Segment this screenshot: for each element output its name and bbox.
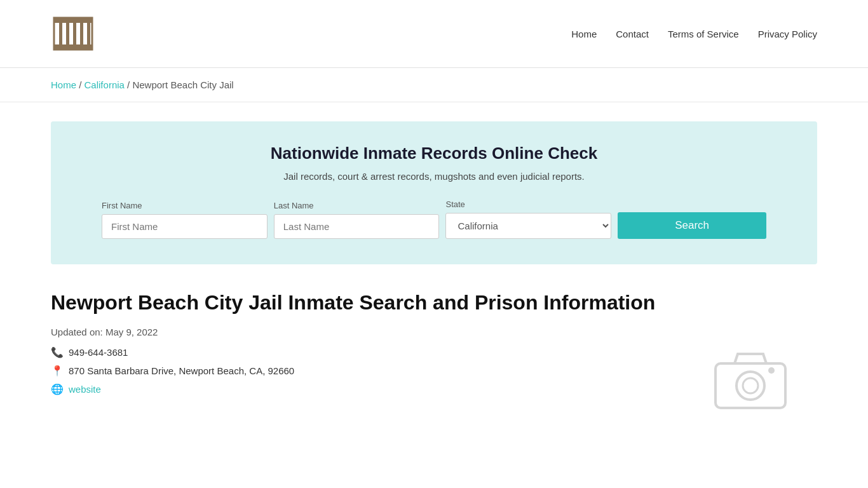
logo: [51, 11, 95, 56]
nav-home[interactable]: Home: [571, 29, 597, 39]
breadcrumb-sep1: /: [79, 79, 81, 90]
state-select[interactable]: California Alabama Alaska Arizona Arkans…: [445, 213, 611, 239]
phone-number: 949-644-3681: [69, 347, 128, 358]
breadcrumb-current: Newport Beach City Jail: [132, 79, 233, 90]
search-form: First Name Last Name State California Al…: [102, 200, 766, 239]
website-row: 🌐 website: [51, 383, 817, 395]
search-banner-subtitle: Jail records, court & arrest records, mu…: [102, 171, 766, 182]
nav-contact[interactable]: Contact: [616, 29, 649, 39]
last-name-group: Last Name: [274, 201, 440, 239]
camera-icon: [712, 348, 789, 411]
address-row: 📍 870 Santa Barbara Drive, Newport Beach…: [51, 365, 817, 377]
svg-point-11: [768, 367, 775, 374]
svg-point-10: [743, 378, 758, 393]
breadcrumb-sep2: /: [127, 79, 130, 90]
state-label: State: [445, 200, 611, 209]
search-banner-title: Nationwide Inmate Records Online Check: [102, 144, 766, 163]
search-button[interactable]: Search: [618, 212, 766, 239]
header: Home Contact Terms of Service Privacy Po…: [0, 0, 868, 68]
breadcrumb-home[interactable]: Home: [51, 79, 76, 90]
navigation: Home Contact Terms of Service Privacy Po…: [571, 29, 817, 39]
svg-rect-7: [87, 23, 90, 44]
address-text: 870 Santa Barbara Drive, Newport Beach, …: [69, 365, 294, 376]
breadcrumb: Home / California / Newport Beach City J…: [0, 68, 868, 102]
phone-row: 📞 949-644-3681: [51, 346, 817, 358]
phone-icon: 📞: [51, 346, 64, 358]
svg-rect-5: [73, 23, 76, 44]
svg-point-9: [736, 372, 764, 400]
state-group: State California Alabama Alaska Arizona …: [445, 200, 611, 239]
svg-rect-3: [59, 23, 62, 44]
location-icon: 📍: [51, 365, 64, 377]
first-name-input[interactable]: [102, 214, 268, 239]
first-name-group: First Name: [102, 201, 268, 239]
svg-rect-8: [715, 363, 785, 408]
globe-icon: 🌐: [51, 383, 64, 395]
first-name-label: First Name: [102, 201, 268, 210]
updated-date: Updated on: May 9, 2022: [51, 327, 817, 337]
nav-privacy[interactable]: Privacy Policy: [758, 29, 817, 39]
jail-logo-icon: [51, 11, 95, 56]
main-content: Newport Beach City Jail Inmate Search an…: [0, 264, 868, 427]
last-name-label: Last Name: [274, 201, 440, 210]
breadcrumb-state[interactable]: California: [85, 79, 125, 90]
last-name-input[interactable]: [274, 214, 440, 239]
svg-rect-2: [54, 44, 92, 50]
camera-placeholder: [709, 344, 792, 414]
search-banner: Nationwide Inmate Records Online Check J…: [51, 121, 817, 264]
svg-rect-6: [80, 23, 83, 44]
website-link[interactable]: website: [69, 384, 101, 395]
page-title: Newport Beach City Jail Inmate Search an…: [51, 290, 817, 316]
svg-rect-4: [66, 23, 69, 44]
svg-rect-1: [54, 18, 92, 23]
nav-terms[interactable]: Terms of Service: [668, 29, 739, 39]
